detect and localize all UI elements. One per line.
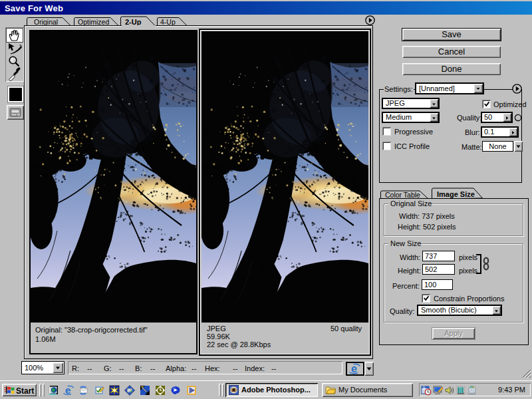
svg-text:Optimized: Optimized xyxy=(78,18,109,26)
svg-text:38: 38 xyxy=(423,386,426,389)
svg-text:e: e xyxy=(351,363,357,374)
svg-text:Color Table: Color Table xyxy=(385,191,420,199)
svg-text:2-Up: 2-Up xyxy=(125,18,142,26)
svg-text:e: e xyxy=(65,385,70,396)
svg-text:Original: Original xyxy=(34,18,58,26)
svg-text:4-Up: 4-Up xyxy=(160,18,176,26)
svg-text:Image Size: Image Size xyxy=(437,190,475,198)
